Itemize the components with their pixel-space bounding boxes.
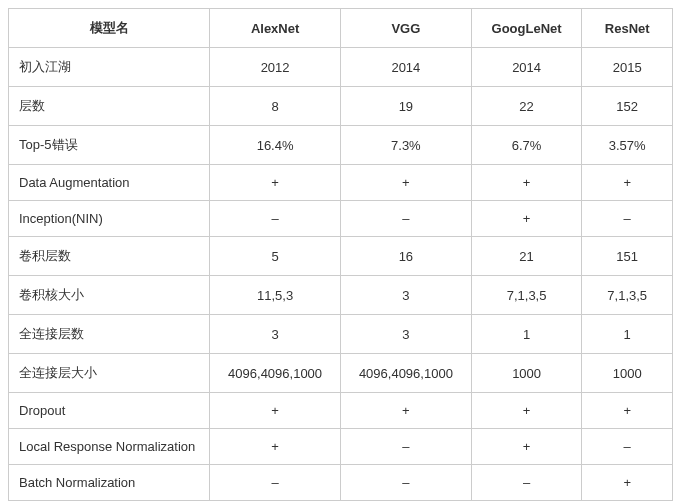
col-header-googlenet: GoogLeNet <box>471 9 582 48</box>
row-label: 初入江湖 <box>9 48 210 87</box>
table-row: 卷积核大小11,5,337,1,3,57,1,3,5 <box>9 276 673 315</box>
row-label: 卷积核大小 <box>9 276 210 315</box>
table-cell: + <box>582 165 673 201</box>
table-cell: + <box>340 393 471 429</box>
table-cell: + <box>471 201 582 237</box>
table-cell: – <box>340 465 471 501</box>
row-label: Local Response Normalization <box>9 429 210 465</box>
table-cell: + <box>471 393 582 429</box>
table-cell: + <box>210 165 341 201</box>
row-label: 全连接层数 <box>9 315 210 354</box>
table-cell: – <box>210 465 341 501</box>
table-cell: 2014 <box>471 48 582 87</box>
table-cell: 151 <box>582 237 673 276</box>
table-cell: 7,1,3,5 <box>471 276 582 315</box>
table-cell: 1000 <box>582 354 673 393</box>
row-label: Batch Normalization <box>9 465 210 501</box>
col-header-vgg: VGG <box>340 9 471 48</box>
table-cell: 7.3% <box>340 126 471 165</box>
row-label: Dropout <box>9 393 210 429</box>
table-cell: 3 <box>340 315 471 354</box>
table-row: Top-5错误16.4%7.3%6.7%3.57% <box>9 126 673 165</box>
table-cell: – <box>340 429 471 465</box>
table-row: Dropout++++ <box>9 393 673 429</box>
table-cell: 2012 <box>210 48 341 87</box>
table-row: 层数81922152 <box>9 87 673 126</box>
table-header: 模型名 AlexNet VGG GoogLeNet ResNet <box>9 9 673 48</box>
table-cell: 152 <box>582 87 673 126</box>
table-cell: + <box>471 429 582 465</box>
row-label: 卷积层数 <box>9 237 210 276</box>
row-label: 全连接层大小 <box>9 354 210 393</box>
table-cell: 22 <box>471 87 582 126</box>
col-header-alexnet: AlexNet <box>210 9 341 48</box>
table-cell: 1000 <box>471 354 582 393</box>
table-cell: 5 <box>210 237 341 276</box>
table-cell: + <box>582 465 673 501</box>
table-row: Batch Normalization–––+ <box>9 465 673 501</box>
table-cell: 11,5,3 <box>210 276 341 315</box>
table-cell: – <box>210 201 341 237</box>
table-cell: 8 <box>210 87 341 126</box>
table-row: 初入江湖2012201420142015 <box>9 48 673 87</box>
table-cell: 3 <box>210 315 341 354</box>
table-cell: – <box>582 429 673 465</box>
comparison-table: 模型名 AlexNet VGG GoogLeNet ResNet 初入江湖201… <box>8 8 673 501</box>
table-cell: 1 <box>582 315 673 354</box>
row-label: 层数 <box>9 87 210 126</box>
table-cell: 7,1,3,5 <box>582 276 673 315</box>
table-cell: 6.7% <box>471 126 582 165</box>
table-row: Data Augmentation++++ <box>9 165 673 201</box>
table-cell: + <box>471 165 582 201</box>
table-cell: – <box>471 465 582 501</box>
table-cell: – <box>340 201 471 237</box>
table-row: 全连接层大小4096,4096,10004096,4096,1000100010… <box>9 354 673 393</box>
col-header-resnet: ResNet <box>582 9 673 48</box>
table-row: 卷积层数51621151 <box>9 237 673 276</box>
table-cell: 2014 <box>340 48 471 87</box>
table-cell: + <box>340 165 471 201</box>
table-cell: 16.4% <box>210 126 341 165</box>
row-label: Top-5错误 <box>9 126 210 165</box>
table-cell: 2015 <box>582 48 673 87</box>
table-cell: 3 <box>340 276 471 315</box>
table-cell: 4096,4096,1000 <box>340 354 471 393</box>
table-cell: 16 <box>340 237 471 276</box>
table-row: 全连接层数3311 <box>9 315 673 354</box>
table-cell: + <box>582 393 673 429</box>
table-cell: 21 <box>471 237 582 276</box>
row-label: Inception(NIN) <box>9 201 210 237</box>
col-header-model: 模型名 <box>9 9 210 48</box>
table-cell: 4096,4096,1000 <box>210 354 341 393</box>
table-row: Inception(NIN)––+– <box>9 201 673 237</box>
table-cell: 3.57% <box>582 126 673 165</box>
table-cell: – <box>582 201 673 237</box>
table-cell: + <box>210 429 341 465</box>
table-cell: 19 <box>340 87 471 126</box>
table-cell: 1 <box>471 315 582 354</box>
table-cell: + <box>210 393 341 429</box>
table-body: 初入江湖2012201420142015层数81922152Top-5错误16.… <box>9 48 673 501</box>
table-row: Local Response Normalization+–+– <box>9 429 673 465</box>
row-label: Data Augmentation <box>9 165 210 201</box>
